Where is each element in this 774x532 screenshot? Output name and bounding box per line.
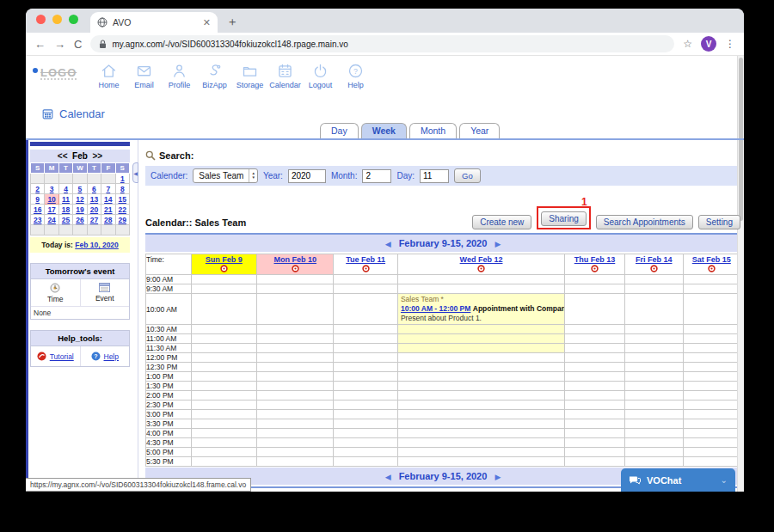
mini-calendar-date[interactable]: 26 <box>73 215 87 225</box>
event-cell[interactable] <box>397 325 564 334</box>
mini-calendar-date[interactable]: 11 <box>58 194 72 205</box>
day-add-appointment-icon[interactable] <box>591 265 599 272</box>
bookmark-star-icon[interactable]: ☆ <box>683 38 692 50</box>
event-cell[interactable] <box>397 344 564 353</box>
mini-calendar-date[interactable]: 6 <box>87 184 101 194</box>
mini-calendar-date[interactable]: 27 <box>87 215 101 225</box>
next-month-link[interactable]: >> <box>92 151 102 161</box>
mini-calendar-date[interactable]: 17 <box>45 205 58 215</box>
mini-calendar-date[interactable]: 18 <box>58 205 72 215</box>
day-header-link[interactable]: Wed Feb 12 <box>398 255 564 264</box>
day-input[interactable] <box>420 169 449 183</box>
nav-item-email[interactable]: Email <box>130 62 158 89</box>
mini-calendar-date[interactable]: 16 <box>31 205 45 215</box>
mini-calendar-date[interactable]: 13 <box>87 194 101 205</box>
mini-calendar-date[interactable]: 10 <box>45 194 58 205</box>
reload-icon[interactable]: C <box>74 38 82 51</box>
mini-calendar-date[interactable]: 29 <box>115 215 129 225</box>
prev-month-link[interactable]: << <box>58 151 68 161</box>
day-add-appointment-icon[interactable] <box>708 265 716 272</box>
event-cell[interactable] <box>397 334 564 344</box>
mini-calendar-date[interactable]: 24 <box>45 215 58 225</box>
nav-item-home[interactable]: Home <box>95 62 123 89</box>
profile-avatar[interactable]: V <box>701 36 716 52</box>
tutorial-link[interactable]: Tutorial <box>50 352 74 361</box>
mini-calendar-date[interactable]: 21 <box>101 205 115 215</box>
prev-week-icon[interactable]: ◀ <box>380 240 396 248</box>
mini-calendar-date[interactable]: 1 <box>115 174 129 184</box>
browser-tab[interactable]: AVO ✕ <box>90 12 218 33</box>
day-header-link[interactable]: Sat Feb 15 <box>684 255 740 264</box>
mini-calendar-date[interactable]: 12 <box>73 194 87 205</box>
sharing-button[interactable]: Sharing <box>541 211 586 226</box>
go-button[interactable]: Go <box>454 168 481 183</box>
search-appointments-button[interactable]: Search Appointments <box>596 215 693 229</box>
tab-day[interactable]: Day <box>320 123 359 138</box>
month-input[interactable] <box>362 169 391 183</box>
day-add-appointment-icon[interactable] <box>650 265 658 272</box>
mini-calendar-date[interactable]: 5 <box>73 184 87 194</box>
next-week-icon[interactable]: ▶ <box>489 240 506 248</box>
mini-calendar-date[interactable]: 22 <box>115 205 129 215</box>
collapse-sidebar-handle[interactable]: ◀ <box>132 162 138 183</box>
minimize-window-icon[interactable] <box>52 15 62 24</box>
year-input[interactable] <box>288 169 326 183</box>
chevron-down-icon[interactable]: ⌄ <box>721 475 728 485</box>
create-new-button[interactable]: Create new <box>472 215 531 229</box>
nav-item-logout[interactable]: Logout <box>306 62 335 89</box>
week-range-label-bottom: February 9-15, 2020 <box>399 471 488 481</box>
tab-close-icon[interactable]: ✕ <box>203 17 211 28</box>
mini-calendar-date[interactable]: 25 <box>58 215 72 225</box>
nav-item-profile[interactable]: Profile <box>165 62 194 89</box>
tab-week[interactable]: Week <box>361 123 407 138</box>
mini-calendar-date[interactable]: 3 <box>45 184 58 194</box>
mini-calendar-date[interactable]: 7 <box>101 184 115 194</box>
mini-calendar-header: << Feb >> <box>30 150 130 162</box>
day-add-appointment-icon[interactable] <box>362 265 370 272</box>
calendar-select[interactable]: Sales Team ▲▼ <box>193 168 258 183</box>
tab-year[interactable]: Year <box>459 123 500 138</box>
day-header-link[interactable]: Thu Feb 13 <box>565 255 624 264</box>
appointment-block[interactable]: Sales Team *10:00 AM - 12:00 PM Appointm… <box>398 294 564 324</box>
nav-item-bizapp[interactable]: BizApp <box>200 62 229 89</box>
mini-calendar-date[interactable]: 20 <box>87 205 101 215</box>
nav-item-calendar[interactable]: Calendar <box>271 62 299 89</box>
back-icon[interactable]: ← <box>34 38 46 51</box>
day-add-appointment-icon[interactable] <box>220 265 228 272</box>
close-window-icon[interactable] <box>36 15 46 24</box>
forward-icon[interactable]: → <box>54 38 65 51</box>
mini-calendar-date[interactable]: 19 <box>73 205 87 215</box>
appointment-time-link[interactable]: 10:00 AM - 12:00 PM <box>401 304 470 313</box>
browser-menu-icon[interactable]: ⋮ <box>725 38 735 50</box>
mini-calendar-date[interactable]: 15 <box>115 194 129 205</box>
empty-slot <box>257 457 334 467</box>
zoom-window-icon[interactable] <box>69 15 78 24</box>
day-header-link[interactable]: Mon Feb 10 <box>257 255 333 264</box>
setting-button[interactable]: Setting <box>698 215 740 229</box>
day-header-link[interactable]: Sun Feb 9 <box>192 255 257 264</box>
mini-calendar-date[interactable]: 8 <box>115 184 129 194</box>
vochat-button[interactable]: VOChat ⌄ <box>621 468 735 492</box>
nav-item-storage[interactable]: Storage <box>236 62 264 89</box>
help-link[interactable]: Help <box>104 352 119 361</box>
day-add-appointment-icon[interactable] <box>292 265 299 272</box>
day-add-appointment-icon[interactable] <box>477 265 485 272</box>
mini-calendar-date[interactable]: 23 <box>31 215 45 225</box>
mini-calendar-date[interactable]: 4 <box>58 184 72 194</box>
next-week-icon-bottom[interactable]: ▶ <box>489 473 506 481</box>
event-cell[interactable]: Sales Team *10:00 AM - 12:00 PM Appointm… <box>397 294 564 325</box>
mini-calendar-date[interactable]: 14 <box>101 194 115 205</box>
mini-calendar-date[interactable]: 2 <box>31 184 45 194</box>
today-date-link[interactable]: Feb 10, 2020 <box>75 241 119 249</box>
day-header-link[interactable]: Fri Feb 14 <box>625 255 683 264</box>
tab-month[interactable]: Month <box>409 123 457 138</box>
empty-slot <box>683 275 740 284</box>
mini-calendar-date[interactable]: 28 <box>101 215 115 225</box>
new-tab-icon[interactable]: ＋ <box>226 15 238 33</box>
prev-week-icon-bottom[interactable]: ◀ <box>380 473 396 481</box>
mini-calendar-date[interactable]: 9 <box>31 194 45 205</box>
day-header-link[interactable]: Tue Feb 11 <box>334 255 397 264</box>
nav-item-help[interactable]: ? Help <box>341 62 370 89</box>
url-field[interactable]: my.agnx.com/-/vo/SID600313304fokiuzokcl1… <box>90 35 674 52</box>
time-row: 11:00 AM <box>146 334 740 344</box>
